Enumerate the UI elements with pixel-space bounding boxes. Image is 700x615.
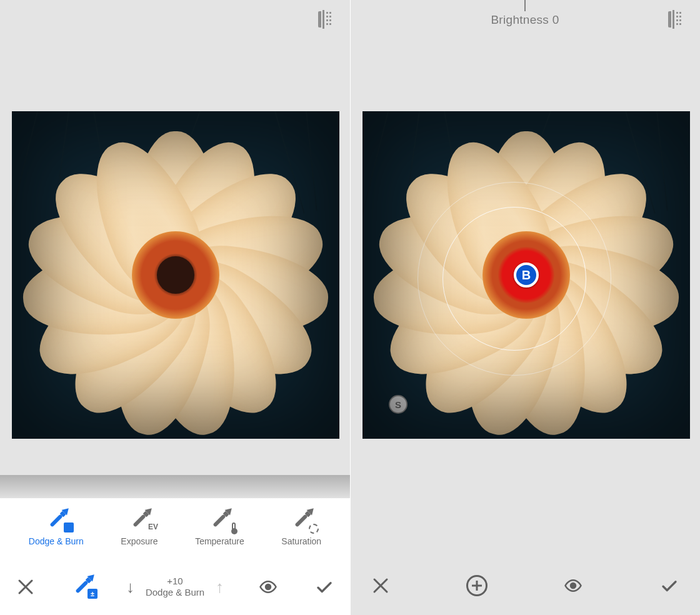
apply-button[interactable] xyxy=(312,575,336,599)
tool-saturation[interactable]: Saturation xyxy=(281,511,321,546)
active-brush-icon[interactable]: ± xyxy=(70,575,94,599)
brush-edit-screen: ± Dodge & Burn EV Exposure Temperature xyxy=(0,0,350,615)
control-point-label: B xyxy=(522,268,531,282)
tool-dodge-burn[interactable]: ± Dodge & Burn xyxy=(29,511,84,546)
svg-point-2 xyxy=(266,584,271,589)
tool-exposure[interactable]: EV Exposure xyxy=(121,511,158,546)
control-point-brightness[interactable]: B xyxy=(514,262,539,288)
tool-temperature[interactable]: Temperature xyxy=(195,511,244,546)
tool-label: Exposure xyxy=(121,536,158,546)
cancel-button[interactable] xyxy=(14,575,38,599)
control-point-label: S xyxy=(395,399,401,410)
left-canvas-area xyxy=(0,0,350,498)
cancel-button[interactable] xyxy=(369,574,392,598)
tool-label: Dodge & Burn xyxy=(29,536,84,546)
photo-canvas[interactable] xyxy=(12,111,339,439)
plus-circle-icon xyxy=(466,575,488,596)
selective-edit-screen: Brightness 0 xyxy=(350,0,700,615)
svg-point-5 xyxy=(571,583,576,588)
left-topbar xyxy=(0,0,350,40)
exposure-icon: EV xyxy=(148,522,158,531)
preview-button[interactable] xyxy=(561,574,585,598)
value-number: +10 xyxy=(146,576,204,587)
compare-icon[interactable] xyxy=(312,10,331,29)
tool-label: Temperature xyxy=(195,536,244,546)
compare-icon[interactable] xyxy=(662,10,681,29)
dodge-burn-icon: ± xyxy=(64,522,74,532)
preview-button[interactable] xyxy=(256,575,280,599)
apply-button[interactable] xyxy=(658,574,681,598)
right-bottom-bar xyxy=(350,556,700,615)
photo-canvas[interactable]: B S xyxy=(362,111,690,439)
tool-label: Saturation xyxy=(281,536,321,546)
value-stepper: ↓ +10 Dodge & Burn ↑ xyxy=(126,576,224,598)
increase-arrow-icon[interactable]: ↑ xyxy=(216,578,224,597)
current-value: +10 Dodge & Burn xyxy=(146,576,204,598)
saturation-icon xyxy=(309,524,319,534)
decrease-arrow-icon[interactable]: ↓ xyxy=(126,578,134,597)
temperature-icon xyxy=(232,522,236,534)
control-point-secondary[interactable]: S xyxy=(389,395,408,414)
add-control-point-button[interactable] xyxy=(465,574,489,598)
left-bottom-bar: ± ↓ +10 Dodge & Burn ↑ xyxy=(0,559,350,615)
brightness-readout: Brightness 0 xyxy=(491,13,559,27)
right-topbar: Brightness 0 xyxy=(350,0,700,40)
right-canvas-area: Brightness 0 xyxy=(350,0,700,556)
brush-tool-row: ± Dodge & Burn EV Exposure Temperature xyxy=(0,498,350,559)
value-mode: Dodge & Burn xyxy=(146,587,204,598)
